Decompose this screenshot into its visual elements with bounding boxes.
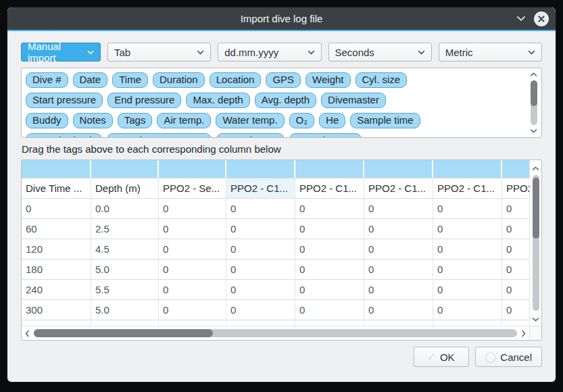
close-button[interactable] xyxy=(534,11,549,26)
column-drop-target[interactable] xyxy=(226,160,295,178)
table-cell: 0 xyxy=(502,260,529,279)
dropdown-field-separator[interactable]: Tab xyxy=(107,43,211,62)
tag-rows: Dive #DateTimeDurationLocationGPSWeightC… xyxy=(26,72,524,138)
tag-pill[interactable]: Air temp. xyxy=(157,113,211,128)
tag-pill[interactable]: End pressure xyxy=(107,93,181,108)
table-horizontal-scrollbar[interactable] xyxy=(22,326,529,340)
cancel-button[interactable]: ◯ Cancel xyxy=(475,347,543,367)
tag-pill[interactable]: Duration xyxy=(153,72,205,88)
tag-pill[interactable]: Start pressure xyxy=(26,93,103,108)
tag-pill[interactable]: Date xyxy=(73,72,108,88)
table-cell: 0 xyxy=(295,239,364,259)
table-cell: 0 xyxy=(226,239,295,259)
table-cell: 4.5 xyxy=(91,239,159,259)
column-drop-target[interactable] xyxy=(433,160,502,178)
dropdown-value: Tab xyxy=(114,47,130,58)
tag-pill[interactable]: Sample temperature xyxy=(107,133,212,138)
table-vertical-scrollbar[interactable] xyxy=(529,160,541,326)
tag-pill[interactable]: Dive # xyxy=(26,72,68,88)
tag-pill[interactable]: Sample pO₂ xyxy=(216,133,285,138)
titlebar[interactable]: Import dive log file xyxy=(7,7,556,30)
tag-pill[interactable]: He xyxy=(319,113,345,128)
tag-pill[interactable]: Divemaster xyxy=(321,93,386,108)
table-cell: 0 xyxy=(433,199,502,218)
dropdown-value: dd.mm.yyyy xyxy=(224,47,278,58)
dropdown-date-format[interactable]: dd.mm.yyyy xyxy=(218,43,321,62)
column-header[interactable]: Dive Time ... xyxy=(22,178,91,198)
table-cell: 0 xyxy=(226,280,295,299)
table-cell: 0 xyxy=(364,280,433,299)
tag-panel-scrollbar[interactable] xyxy=(528,70,539,135)
tag-pill[interactable]: Buddy xyxy=(26,113,68,128)
scroll-up-icon[interactable] xyxy=(532,162,539,174)
column-header[interactable]: PPO2 - C1... xyxy=(364,178,433,198)
tag-pill[interactable]: Weight xyxy=(305,72,350,88)
table-cell xyxy=(295,320,364,326)
tag-pill[interactable]: Time xyxy=(112,72,148,88)
table-cell: 0 xyxy=(295,219,364,239)
tag-pill[interactable]: Notes xyxy=(73,113,113,128)
scrollbar-thumb[interactable] xyxy=(34,329,213,337)
table-cell xyxy=(91,320,159,326)
tag-pill[interactable]: GPS xyxy=(266,72,301,88)
scrollbar-track[interactable] xyxy=(34,329,517,337)
table-cell: 0 xyxy=(159,199,226,218)
scrollbar-thumb[interactable] xyxy=(531,80,537,106)
column-header[interactable]: PPO2 - C1... xyxy=(226,178,295,198)
scroll-down-icon[interactable] xyxy=(532,312,539,324)
scrollbar-track[interactable] xyxy=(531,80,537,125)
table-row: 602.5000000 xyxy=(22,219,529,239)
dropdown-duration-format[interactable]: Seconds xyxy=(328,43,432,62)
tag-row: Sample depthSample temperatureSample pO₂… xyxy=(26,133,524,138)
table-cell: 0 xyxy=(364,300,433,320)
table-cell: 0 xyxy=(226,219,295,239)
chevron-down-icon xyxy=(87,50,94,55)
column-header[interactable]: PPO2 - C1... xyxy=(433,178,502,198)
table-cell: 180 xyxy=(22,260,91,279)
tag-pill[interactable]: Max. depth xyxy=(186,93,249,108)
cancel-circle-icon: ◯ xyxy=(485,351,497,363)
column-drop-target[interactable] xyxy=(159,160,226,178)
table-row: 1805.0000000 xyxy=(22,260,529,280)
table-cell: 240 xyxy=(22,280,91,299)
drop-target-row xyxy=(22,160,529,178)
column-drop-target[interactable] xyxy=(364,160,433,178)
tag-pill[interactable]: Avg. depth xyxy=(255,93,316,108)
tag-row: BuddyNotesTagsAir temp.Water temp.O₂HeSa… xyxy=(26,113,524,128)
shade-chevron-down-icon[interactable] xyxy=(516,16,526,22)
tag-pill[interactable]: Cyl. size xyxy=(356,72,408,88)
window-title: Import dive log file xyxy=(7,13,556,24)
scroll-right-icon[interactable] xyxy=(521,330,526,337)
tag-pill[interactable]: Sample time xyxy=(350,113,420,128)
scrollbar-track[interactable] xyxy=(533,175,539,311)
tag-pill[interactable]: Location xyxy=(210,72,262,88)
dialog-content: Manual importTabdd.mm.yyyySecondsMetric … xyxy=(7,31,556,383)
tag-pill[interactable]: Tags xyxy=(118,113,153,128)
scroll-up-icon[interactable] xyxy=(530,70,537,79)
table-cell: 0 xyxy=(295,260,364,279)
column-header[interactable]: PPO2 - C1... xyxy=(502,178,529,198)
table-cell: 5.5 xyxy=(91,280,159,299)
column-drop-target[interactable] xyxy=(502,160,529,178)
tag-pill[interactable]: Water temp. xyxy=(216,113,284,128)
drag-hint-label: Drag the tags above to each correspondin… xyxy=(22,143,542,155)
column-drop-target[interactable] xyxy=(91,160,159,178)
column-drop-target[interactable] xyxy=(295,160,364,178)
ok-button[interactable]: ✓ OK xyxy=(414,347,469,367)
column-header[interactable]: PPO2 - C1... xyxy=(295,178,364,198)
dropdown-units[interactable]: Metric xyxy=(439,43,542,62)
table-cell: 0 xyxy=(226,300,295,320)
tag-pill[interactable]: O₂ xyxy=(289,113,315,128)
tag-pill[interactable]: Sample depth xyxy=(26,133,102,138)
scrollbar-thumb[interactable] xyxy=(533,178,539,239)
scrollbar-corner xyxy=(529,326,541,340)
dropdown-import-mode[interactable]: Manual import xyxy=(21,43,101,62)
column-header[interactable]: PPO2 - Se... xyxy=(159,178,226,198)
scroll-left-icon[interactable] xyxy=(25,330,30,337)
tag-pill[interactable]: Sample CNS xyxy=(289,133,362,138)
table-cell: 0 xyxy=(433,300,502,320)
column-drop-target[interactable] xyxy=(22,160,91,178)
import-dialog-window: Import dive log file Manual importTabdd.… xyxy=(7,7,556,383)
scroll-down-icon[interactable] xyxy=(530,126,537,135)
column-header[interactable]: Depth (m) xyxy=(91,178,159,198)
